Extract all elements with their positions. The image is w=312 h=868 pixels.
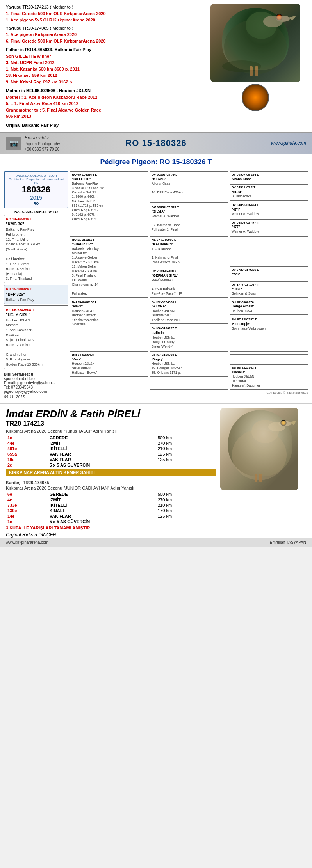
left-box-1-lines: Full brother: 12. Final Million Dollar R… — [6, 232, 66, 281]
super134-id: RO 11-2102134 T — [72, 238, 146, 242]
super134-name: "SUPER 134" — [72, 242, 146, 247]
mother-line-1: Mother : 1. Ace pigeon Kaskadoru Race 20… — [6, 94, 201, 101]
alona-box: Bel 92-6074328 L "ALONA" Houben J&L&N Gr… — [150, 299, 228, 324]
place-1: 1e — [6, 435, 48, 440]
top-section: Yavrusu TR20-174213 ( Mother to ) 1. Fin… — [0, 0, 312, 132]
race-5: VAKIFLAR — [48, 457, 156, 462]
sib-place-3: 733e — [6, 502, 48, 508]
477-id: DV 04858-03-477 T — [232, 221, 306, 225]
sib-place-6: 1e — [6, 519, 48, 524]
km-6 — [156, 462, 216, 468]
sib-place-2: 4e — [6, 497, 48, 502]
cert-num: 180326 — [7, 185, 66, 195]
ugly-id: Bel 06-6343508 T — [6, 307, 66, 312]
alona-id: Bel 92-6074328 L — [152, 300, 226, 305]
sib-result-row: 6e GEREDE 500 km — [6, 492, 216, 497]
svg-rect-13 — [255, 474, 257, 482]
silvia-text: Werner A. Waldow67. Kalimanci RaceFull s… — [152, 214, 226, 232]
aswin-box: Bel 05-6448130 L 'Aswin' Houben J&L&N Br… — [70, 299, 148, 328]
alona-name: "ALONA" — [152, 304, 226, 309]
susi-name: "SUSI" — [232, 190, 306, 194]
line-2: 1. Final Gerede 500 km OLR KırkpınarAren… — [6, 11, 201, 17]
kalimanci-name: "KALIMANCI" — [152, 242, 226, 247]
super134-desc: Balkanic Fair-Play — [72, 247, 146, 251]
germangirl-box: DV 7639-07-0317 T "GERMAN GIRL" Josef Lu… — [150, 268, 228, 298]
result-row: 44e İZMİT 270 km — [6, 440, 216, 446]
klets-desc: Gommaize Verbruggen — [232, 327, 306, 331]
place-2: 44e — [6, 440, 48, 446]
km-5: 125 km — [156, 457, 216, 462]
adinda-name: 'Adinda' — [152, 331, 226, 335]
silvia-box: DV 04858-07-336 T "SILVIA" Werner A. Wal… — [150, 204, 228, 236]
bottom-layout: İmdat ERDİN & Fatih PİRELİ TR20-174213 K… — [6, 408, 306, 538]
kiari-name: 'Kiari' — [72, 357, 146, 362]
sib-race-3: İKİTELLİ — [48, 502, 156, 508]
footer-left: www.kirkpinararena.com — [6, 540, 48, 545]
phone-number: +90 0535 977 70 20 — [25, 147, 60, 152]
sib-result-row: 733e İKİTELLİ 210 km — [6, 502, 216, 508]
svg-marker-12 — [290, 421, 297, 425]
ugly-desc: Houben J&L&N — [6, 318, 66, 323]
alona-desc: Houben J&L&N — [152, 309, 226, 313]
adinda-id: Bel 00-6156297 T — [152, 327, 226, 331]
isabella-lines: Half sister'Kapitein'. Daughter — [232, 379, 306, 388]
pigeon-main-image — [210, 4, 300, 82]
aswin-lines: Brother 'Vincent''Rianko' 'Valentino''Sh… — [72, 313, 146, 327]
1067-name: "1067" — [232, 287, 306, 291]
kiari-container: Bel 04-6276437 T 'Kiari' Houben J&L&N Si… — [70, 351, 148, 390]
sib-result-row: 139e KINALI 170 km — [6, 508, 216, 513]
sig-date: 09.11. 2015 — [4, 395, 68, 399]
place-3: 401e — [6, 446, 48, 451]
super134-box: RO 11-2102134 T "SUPER 134" Balkanic Fai… — [70, 236, 148, 297]
pedigree-section: Pédigree Pigeon: RO 15-180326 T UNIUNEA … — [0, 154, 312, 403]
left-box-ugly: Bel 06-6343508 T "UGLY GIRL" Houben J&L&… — [4, 305, 68, 369]
owner-name: İmdat ERDİN & Fatih PİRELİ — [6, 408, 216, 420]
226-id: DV 0720-01-0226 L — [232, 268, 306, 272]
race-4: VAKIFLAR — [48, 451, 156, 457]
226-box: DV 0720-01-0226 L "226" — [230, 266, 308, 280]
result-row: 2e 5 x 5 AS GÜVERCİN — [6, 462, 216, 468]
race-2: İZMİT — [48, 440, 156, 446]
474-id: DV 04858-03-474 L — [232, 203, 306, 208]
sib-km-6 — [156, 519, 216, 524]
place-5: 19e — [6, 457, 48, 462]
sibling-label: Kardeşi TR20-174085 — [6, 480, 216, 485]
ped-row-1: RO 09-1025944 L "GILLETTE" Balkanic Fair… — [70, 171, 308, 235]
line-1: Yavrusu TR20-174213 ( Mother to ) — [6, 4, 201, 11]
bugsy-lines: 19. Bourges 10529 p.35. Orleans 3171 p. — [152, 366, 226, 375]
sig-tel: Tel: 0723345543 — [4, 385, 68, 389]
sib-race-5: VAKIFLAR — [48, 513, 156, 519]
silvia-name: "SILVIA" — [152, 209, 226, 214]
pigeon-bottom-img — [220, 408, 298, 490]
germangirl-name: "GERMAN GIRL" — [152, 273, 226, 278]
empty4 — [230, 343, 308, 350]
klaas264-id: DV 00507-06-264 L — [232, 173, 306, 177]
left-box-2-name: "BFP 326" — [6, 292, 66, 297]
gillette-desc: Balkanic Fair-Play — [72, 181, 146, 186]
474-box: DV 04858-03-474 L "474" Werner A. Waldow — [230, 202, 308, 218]
aswin-id: Bel 05-6448130 L — [72, 300, 146, 305]
svg-marker-4 — [289, 16, 296, 20]
bottom-ring: TR20-174213 — [6, 420, 216, 427]
svg-point-11 — [278, 421, 291, 426]
photo-banner: 📷 Ercan yıldız Pigeon Photography +90 05… — [0, 132, 312, 154]
bugsy-container: Bel 97-6165025 L 'Bugsy' Houben J&N&L 19… — [150, 351, 228, 390]
page-wrapper: Yavrusu TR20-174213 ( Mother to ) 1. Fin… — [0, 0, 312, 547]
cert-subtitle: Certificat de Proprietate al porumbelulu… — [7, 178, 66, 185]
artiest-klets: Bel 82-6380170 L 'Jonge Artiest' Houben … — [230, 299, 308, 350]
isabella-id: Bel 96-6223363 T — [232, 366, 306, 370]
susi-text: B. Janoschka — [232, 194, 306, 199]
line-5: 1. Ace pigeon KırkpınarArena 2020 — [6, 31, 201, 38]
place-4: 655a — [6, 451, 48, 457]
sib-result-row: 4e İZMİT 270 km — [6, 497, 216, 502]
bugsy-id: Bel 97-6165025 L — [152, 353, 226, 357]
left-box-1-name: "KMG 36" — [6, 222, 66, 227]
sib-result-row: 1e 5 x 5 AS GÜVERCİN — [6, 519, 216, 524]
adinda-box: Bel 00-6156297 T 'Adinda' Houben J&N&L D… — [150, 325, 228, 350]
sib-km-4: 170 km — [156, 508, 216, 513]
super134-lines: Mother to: 1. Algarve Golden Race '12 - … — [72, 251, 146, 296]
sig-email2: pigeonbyby@yahoo.com — [4, 389, 68, 394]
bottom-header: İmdat ERDİN & Fatih PİRELİ TR20-174213 K… — [0, 404, 312, 538]
sibling-subtitle: Kırkpınar Arena 2020 Sezonu "JUNİOR CADI… — [6, 486, 216, 490]
klaas264-name: Alfons Klaas — [232, 177, 306, 181]
